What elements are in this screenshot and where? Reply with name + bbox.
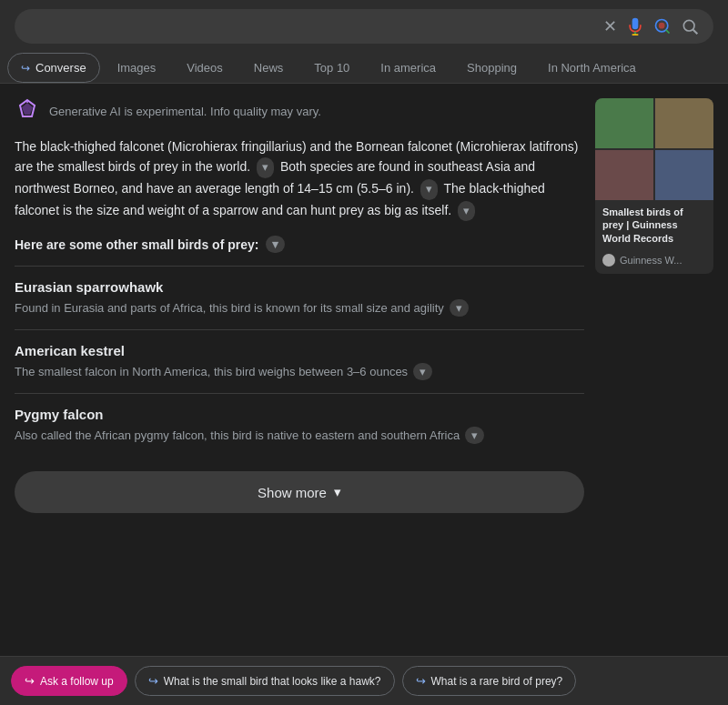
- search-button[interactable]: [681, 17, 699, 35]
- svg-marker-8: [22, 103, 33, 115]
- ask-follow-up-pill[interactable]: ↪ Ask a follow up: [11, 666, 127, 696]
- tab-news[interactable]: News: [240, 53, 298, 83]
- tab-shopping[interactable]: Shopping: [453, 53, 531, 83]
- tab-converse[interactable]: ↪ Converse: [7, 53, 100, 83]
- suggestions-bar: ↪ Ask a follow up ↪ What is the small bi…: [0, 656, 728, 705]
- svg-point-3: [659, 23, 665, 29]
- tab-in-america[interactable]: In america: [367, 53, 450, 83]
- clear-button[interactable]: ✕: [603, 16, 617, 36]
- thumbnail-card[interactable]: Smallest birds of prey | Guinness World …: [595, 98, 713, 274]
- voice-search-icon[interactable]: [626, 17, 644, 35]
- left-panel: Generative AI is experimental. Info qual…: [15, 98, 584, 513]
- ai-notice: Generative AI is experimental. Info qual…: [15, 98, 584, 124]
- svg-point-5: [683, 20, 694, 31]
- thumb-cell-1: [595, 98, 653, 148]
- tab-videos[interactable]: Videos: [173, 53, 237, 83]
- tab-images[interactable]: Images: [104, 53, 170, 83]
- search-bar-area: tiniest birds of prey ✕: [0, 0, 728, 53]
- american-expand-btn[interactable]: ▾: [413, 363, 432, 380]
- svg-line-6: [693, 30, 698, 35]
- expand-btn-1[interactable]: ▾: [257, 157, 274, 178]
- source-logo: [602, 254, 615, 267]
- main-content: Generative AI is experimental. Info qual…: [0, 84, 728, 528]
- bird-item-pygmy: Pygmy falcon Also called the African pyg…: [15, 393, 584, 457]
- thumb-cell-4: [655, 150, 713, 200]
- tab-in-north-america[interactable]: In North America: [534, 53, 650, 83]
- follow-up-arrow-icon: ↪: [25, 674, 35, 688]
- bird-item-eurasian: Eurasian sparrowhawk Found in Eurasia an…: [15, 266, 584, 329]
- rare-arrow-icon: ↪: [416, 674, 426, 688]
- converse-arrow-icon: ↪: [21, 62, 30, 75]
- section-expand-btn[interactable]: ▾: [266, 236, 285, 253]
- eurasian-expand-btn[interactable]: ▾: [450, 299, 469, 317]
- ai-description: The black-thighed falconet (Microhierax …: [15, 136, 584, 221]
- show-more-button[interactable]: Show more ▾: [15, 471, 584, 513]
- thumb-cell-3: [595, 150, 653, 200]
- search-input[interactable]: tiniest birds of prey: [29, 18, 594, 35]
- pygmy-expand-btn[interactable]: ▾: [465, 427, 484, 444]
- ai-gem-icon: [15, 98, 40, 124]
- hawk-question-pill[interactable]: ↪ What is the small bird that looks like…: [135, 666, 395, 696]
- section-header: Here are some other small birds of prey:…: [15, 236, 584, 253]
- chevron-down-icon: ▾: [334, 484, 341, 500]
- hawk-arrow-icon: ↪: [148, 674, 158, 688]
- tabs-row: ↪ Converse Images Videos News Top 10 In …: [0, 53, 728, 84]
- search-input-wrapper: tiniest birds of prey ✕: [15, 9, 713, 44]
- thumb-source: Guinness W...: [595, 250, 713, 274]
- expand-btn-2[interactable]: ▾: [420, 179, 438, 200]
- rare-question-pill[interactable]: ↪ What is a rare bird of prey?: [402, 666, 577, 696]
- thumb-cell-2: [655, 98, 713, 148]
- expand-btn-3[interactable]: ▾: [458, 201, 475, 222]
- tab-top10[interactable]: Top 10: [300, 53, 363, 83]
- right-panel: Smallest birds of prey | Guinness World …: [595, 98, 713, 513]
- lens-icon[interactable]: [653, 17, 672, 35]
- bird-item-american: American kestrel The smallest falcon in …: [15, 329, 584, 393]
- thumb-title: Smallest birds of prey | Guinness World …: [595, 200, 713, 250]
- svg-line-4: [666, 30, 670, 34]
- thumb-grid: [595, 98, 713, 200]
